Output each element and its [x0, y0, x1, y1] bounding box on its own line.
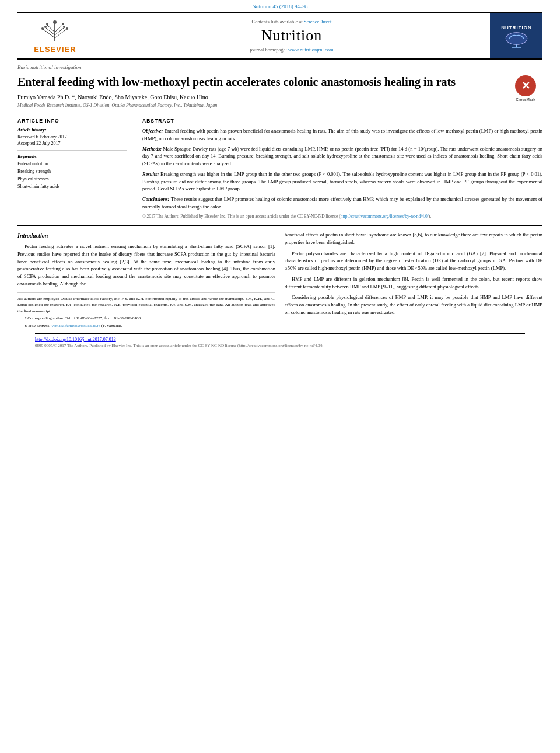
results-label: Results:: [142, 171, 159, 177]
journal-header: ELSEVIER Contents lists available at Sci…: [18, 12, 542, 60]
abstract-results: Results: Breaking strength was higher in…: [142, 170, 542, 193]
intro-paragraph-4: HMP and LMP are different in gelation me…: [285, 276, 542, 291]
keyword-2: Breaking strength: [18, 168, 127, 176]
homepage-line: journal homepage: www.nutritionjrnl.com: [250, 47, 333, 53]
methods-text: Male Sprague-Dawley rats (age 7 wk) were…: [142, 146, 542, 167]
svg-point-14: [62, 23, 64, 25]
citation-bar: Nutrition 45 (2018) 94–98: [0, 0, 560, 12]
nutrition-badge-icon: NUTRITION: [501, 20, 533, 52]
nutrition-badge: NUTRITION: [498, 15, 535, 57]
intro-paragraph-5: Considering possible physiological diffe…: [285, 294, 542, 316]
footnote-2: * Corresponding author. Tel.: +81-88-684…: [18, 315, 275, 322]
email-label: E-mail address:: [24, 323, 51, 328]
doi-line: http://dx.doi.org/10.1016/j.nut.2017.07.…: [35, 337, 525, 342]
accepted-date: Accepted 22 July 2017: [18, 140, 127, 147]
article-section: Basic nutritional investigation Enteral …: [18, 60, 542, 219]
objective-text: Enteral feeding with pectin has proven b…: [142, 128, 542, 141]
doi-link[interactable]: http://dx.doi.org/10.1016/j.nut.2017.07.…: [35, 337, 116, 342]
body-col-left: Introduction Pectin feeding activates a …: [18, 231, 275, 330]
conclusions-text: These results suggest that LMP promotes …: [142, 196, 542, 210]
journal-title: Nutrition: [261, 27, 322, 44]
objective-label: Objective:: [142, 128, 163, 134]
keyword-4: Short-chain fatty acids: [18, 183, 127, 191]
methods-label: Methods:: [142, 146, 162, 152]
footnote-section: All authors are employed Otsuka Pharmace…: [18, 292, 275, 329]
conclusions-label: Conclusions:: [142, 196, 169, 202]
keywords-list: Enteral nutrition Breaking strength Phys…: [18, 161, 127, 190]
received-date: Received 6 February 2017: [18, 134, 127, 140]
abstract-objective: Objective: Enteral feeding with pectin h…: [142, 127, 542, 142]
article-info-column: ARTICLE INFO Article history: Received 6…: [18, 118, 134, 219]
article-category: Basic nutritional investigation: [18, 64, 542, 72]
intro-paragraph-1: Pectin feeding activates a novel nutrien…: [18, 243, 275, 288]
svg-point-13: [63, 26, 65, 28]
journal-header-center: Contents lists available at ScienceDirec…: [93, 13, 490, 58]
elsevier-logo: ELSEVIER: [34, 18, 76, 54]
abstract-title: ABSTRACT: [142, 118, 542, 124]
body-col-right: beneficial effects of pectin in short bo…: [285, 231, 542, 330]
svg-point-11: [46, 23, 48, 25]
journal-badge-section: NUTRITION: [490, 13, 542, 58]
license-text: © 2017 The Authors. Published by Elsevie…: [142, 214, 542, 220]
article-info-abstract: ARTICLE INFO Article history: Received 6…: [18, 113, 542, 219]
main-content: Introduction Pectin feeding activates a …: [18, 219, 542, 349]
sciencedirect-link[interactable]: ScienceDirect: [304, 19, 332, 25]
svg-point-18: [506, 33, 527, 44]
svg-point-12: [66, 27, 68, 30]
authors-line: Fumiyo Yamada Ph.D. *, Naoyuki Endo, Sho…: [18, 94, 542, 100]
svg-text:NUTRITION: NUTRITION: [501, 25, 532, 30]
article-info-title: ARTICLE INFO: [18, 118, 127, 124]
elsevier-tree-icon: [34, 18, 75, 44]
crossmark-icon: ✕: [522, 79, 530, 93]
introduction-heading: Introduction: [18, 231, 275, 240]
license-link[interactable]: http://creativecommons.org/licenses/by-n…: [341, 214, 429, 219]
article-title: Enteral feeding with low-methoxyl pectin…: [18, 75, 508, 89]
content-divider: [18, 225, 542, 226]
intro-paragraph-2: beneficial effects of pectin in short bo…: [285, 231, 542, 246]
elsevier-logo-section: ELSEVIER: [18, 13, 93, 58]
svg-point-10: [44, 26, 47, 28]
footnote-3: E-mail address: yamada.fumiyo@otsuka.ac.…: [18, 323, 275, 329]
history-label: Article history:: [18, 127, 127, 133]
crossmark-circle: ✕: [515, 75, 536, 96]
crossmark: ✕ CrossMark: [512, 75, 540, 103]
abstract-conclusions: Conclusions: These results suggest that …: [142, 196, 542, 211]
bottom-bar: http://dx.doi.org/10.1016/j.nut.2017.07.…: [35, 333, 525, 349]
affiliation-line: Medical Foods Research Institute, OS-1 D…: [18, 103, 542, 108]
homepage-link[interactable]: www.nutritionjrnl.com: [288, 47, 334, 53]
keyword-3: Physical stresses: [18, 176, 127, 183]
page: Nutrition 45 (2018) 94–98: [0, 0, 560, 753]
abstract-text: Objective: Enteral feeding with pectin h…: [142, 127, 542, 219]
keywords-label: Keywords:: [18, 154, 127, 159]
body-columns: Introduction Pectin feeding activates a …: [18, 231, 542, 330]
results-text: Breaking strength was higher in the LMP …: [142, 171, 542, 192]
abstract-methods: Methods: Male Sprague-Dawley rats (age 7…: [142, 145, 542, 168]
keyword-1: Enteral nutrition: [18, 161, 127, 168]
email-link[interactable]: yamada.fumiyo@otsuka.ac.jp: [51, 323, 100, 328]
abstract-column: ABSTRACT Objective: Enteral feeding with…: [134, 118, 542, 219]
crossmark-text: CrossMark: [516, 97, 536, 102]
footnote-1: All authors are employed Otsuka Pharmace…: [18, 296, 275, 315]
sciencedirect-line: Contents lists available at ScienceDirec…: [252, 19, 332, 25]
elsevier-brand-name: ELSEVIER: [34, 45, 76, 54]
svg-point-8: [53, 20, 57, 24]
divider: [18, 150, 127, 151]
citation-text: Nutrition 45 (2018) 94–98: [252, 4, 307, 9]
footnotes: All authors are employed Otsuka Pharmace…: [18, 296, 275, 329]
svg-point-9: [41, 27, 44, 30]
issn-line: 0899-9007/© 2017 The Authors. Published …: [35, 343, 525, 349]
intro-paragraph-3: Pectic polysaccharides are characterized…: [285, 250, 542, 272]
